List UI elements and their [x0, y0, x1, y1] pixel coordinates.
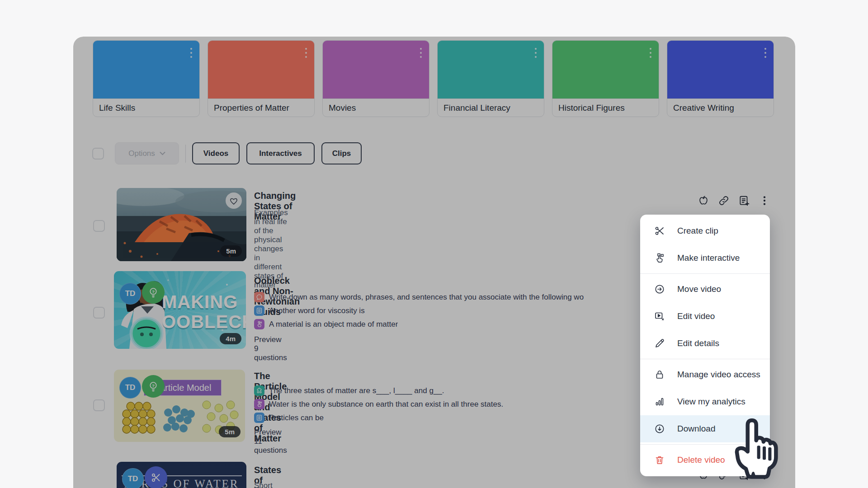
make-interactive-icon [654, 252, 665, 264]
trash-icon [654, 454, 665, 466]
menu-item-manage-video-access[interactable]: Manage video access [640, 361, 770, 388]
menu-item-make-interactive[interactable]: Make interactive [640, 244, 770, 272]
lock-icon [654, 369, 665, 380]
menu-divider [640, 359, 770, 359]
edit-video-icon [654, 310, 665, 322]
menu-item-edit-details[interactable]: Edit details [640, 330, 770, 357]
menu-item-view-my-analytics[interactable]: View my analytics [640, 388, 770, 415]
scissors-icon [654, 225, 665, 237]
download-circle-icon [654, 423, 665, 435]
menu-item-download[interactable]: Download [640, 415, 770, 442]
menu-item-create-clip[interactable]: Create clip [640, 217, 770, 244]
menu-divider [640, 273, 770, 274]
menu-item-move-video[interactable]: Move video [640, 276, 770, 303]
menu-divider [640, 444, 770, 445]
menu-item-delete-video[interactable]: Delete video [640, 446, 770, 474]
menu-item-edit-video[interactable]: Edit video [640, 303, 770, 330]
analytics-bars-icon [654, 396, 665, 408]
move-arrow-circle-icon [654, 283, 665, 295]
video-context-menu: Create clip Make interactive Move video … [640, 215, 770, 476]
pencil-icon [654, 338, 665, 349]
